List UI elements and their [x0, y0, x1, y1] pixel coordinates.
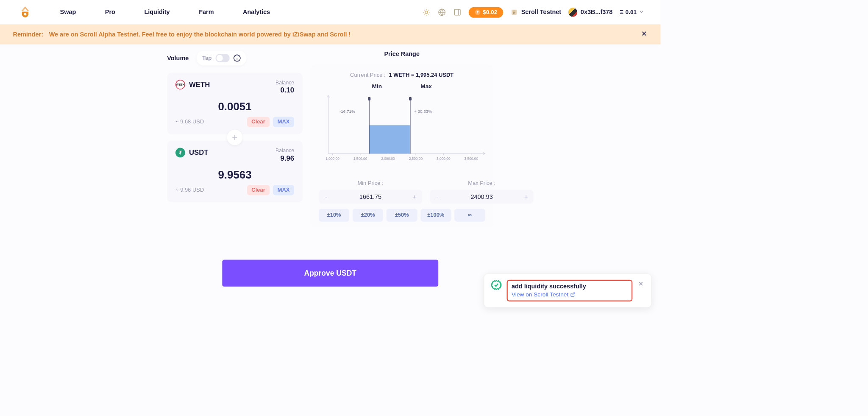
token-b-amount[interactable]: 9.9563 [175, 168, 294, 181]
language-icon[interactable] [438, 8, 446, 17]
token-b-max-button[interactable]: MAX [273, 185, 294, 195]
svg-point-1 [425, 11, 428, 14]
usdt-icon: ₮ [175, 148, 185, 158]
panel-icon[interactable] [453, 8, 462, 17]
app-logo[interactable] [16, 3, 34, 22]
pct-button-2[interactable]: ±50% [387, 209, 417, 221]
balance-label: Balance [275, 80, 294, 86]
svg-rect-11 [368, 97, 370, 101]
tap-toggle[interactable] [215, 54, 229, 62]
nav-farm[interactable]: Farm [199, 9, 214, 16]
price-range-card: Current Price : 1 WETH = 1,995.24 USDT M… [310, 65, 493, 228]
price-range-title: Price Range [310, 50, 493, 58]
token-b-card: ₮ USDT Balance 9.96 9.9563 ~ 9.96 USD Cl… [167, 141, 303, 202]
svg-rect-3 [454, 9, 460, 15]
token-a-balance: 0.10 [275, 86, 294, 95]
svg-rect-8 [369, 125, 410, 154]
external-link-icon [570, 292, 576, 297]
volume-label: Volume [167, 55, 189, 62]
scroll-icon [510, 8, 518, 16]
min-label: Min [372, 83, 382, 90]
max-price-label: Max Price : [430, 180, 533, 187]
nav-analytics[interactable]: Analytics [243, 9, 270, 16]
token-b-usd: ~ 9.96 USD [175, 187, 204, 193]
svg-text:1,500.00: 1,500.00 [353, 156, 367, 161]
theme-icon[interactable] [422, 8, 431, 17]
max-price-minus[interactable]: - [434, 193, 440, 201]
nav-liquidity[interactable]: Liquidity [144, 9, 170, 16]
token-b-symbol[interactable]: USDT [189, 148, 209, 157]
token-a-symbol[interactable]: WETH [189, 80, 210, 89]
network-selector[interactable]: Scroll Testnet [510, 8, 561, 16]
eth-balance-dropdown[interactable]: Ξ 0.01 [620, 8, 644, 16]
svg-text:+ 20.33%: + 20.33% [414, 109, 432, 114]
svg-rect-12 [409, 97, 412, 101]
current-price-label: Current Price : [350, 72, 385, 78]
toast-link[interactable]: View on Scroll Testnet [512, 291, 576, 298]
svg-text:1,000.00: 1,000.00 [326, 156, 339, 161]
current-price-value: 1 WETH = 1,995.24 USDT [389, 72, 453, 78]
weth-icon: WETH [175, 80, 185, 89]
nav-swap[interactable]: Swap [60, 9, 76, 16]
min-price-plus[interactable]: + [412, 193, 418, 201]
svg-text:3,000.00: 3,000.00 [437, 156, 451, 161]
token-price-pill[interactable]: $0.02 [469, 7, 503, 17]
tap-label: Tap [202, 55, 211, 61]
token-a-amount[interactable]: 0.0051 [175, 101, 294, 113]
min-price-label: Min Price : [319, 180, 422, 187]
banner-label: Reminder: [13, 31, 43, 38]
token-b-balance: 9.96 [275, 154, 294, 163]
tap-toggle-pill: Tap i [197, 50, 247, 65]
min-price-minus[interactable]: - [323, 193, 329, 201]
max-price-input[interactable] [443, 193, 520, 200]
price-range-chart[interactable]: -16.71%+ 20.33%1,000.001,500.002,000.002… [319, 92, 485, 176]
pct-button-1[interactable]: ±20% [353, 209, 383, 221]
network-name: Scroll Testnet [521, 9, 562, 16]
chevron-down-icon [639, 8, 645, 16]
pct-button-4[interactable]: ∞ [454, 209, 485, 221]
token-a-clear-button[interactable]: Clear [247, 117, 270, 127]
eth-icon: Ξ [620, 9, 623, 16]
token-b-clear-button[interactable]: Clear [247, 185, 270, 195]
toast-close-icon[interactable] [637, 280, 644, 289]
check-icon [491, 280, 501, 290]
wallet-avatar [568, 8, 577, 17]
approve-button[interactable]: Approve USDT [222, 260, 438, 287]
balance-label: Balance [275, 148, 294, 154]
pct-button-3[interactable]: ±100% [420, 209, 451, 221]
token-a-card: WETH WETH Balance 0.10 0.0051 ~ 9.68 USD… [167, 73, 303, 134]
banner-text: We are on Scroll Alpha Testnet. Feel fre… [49, 31, 351, 38]
svg-text:3,500.00: 3,500.00 [465, 156, 479, 161]
info-icon[interactable]: i [234, 55, 241, 62]
plus-icon: + [227, 130, 243, 145]
max-price-plus[interactable]: + [523, 193, 529, 201]
svg-text:2,500.00: 2,500.00 [409, 156, 423, 161]
banner-close-icon[interactable] [640, 29, 648, 39]
pct-button-0[interactable]: ±10% [319, 209, 349, 221]
min-price-input[interactable] [332, 193, 409, 200]
svg-text:-16.71%: -16.71% [339, 109, 355, 114]
toast-title: add liquidity successfully [512, 283, 628, 290]
svg-point-0 [24, 13, 26, 15]
wallet-button[interactable]: 0x3B...f378 [568, 8, 612, 17]
token-a-max-button[interactable]: MAX [273, 117, 294, 127]
max-label: Max [420, 83, 432, 90]
token-a-usd: ~ 9.68 USD [175, 119, 204, 125]
success-toast: add liquidity successfully View on Scrol… [484, 274, 652, 307]
wallet-address: 0x3B...f378 [581, 9, 613, 16]
eth-balance: 0.01 [626, 9, 637, 16]
svg-text:2,000.00: 2,000.00 [381, 156, 395, 161]
token-price: $0.02 [483, 9, 497, 16]
nav-pro[interactable]: Pro [105, 9, 115, 16]
